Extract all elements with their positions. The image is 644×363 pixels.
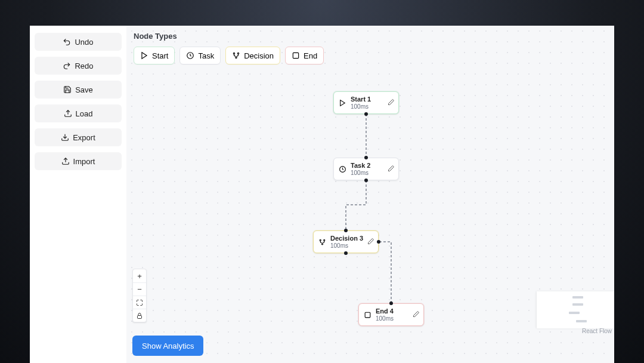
node-title: End 4 [376,307,409,315]
node-types-row: Start Task Decision End [134,47,607,64]
node-end-4[interactable]: End 4 100ms [358,303,424,326]
node-type-decision[interactable]: Decision [225,47,280,64]
edit-icon[interactable] [388,164,395,174]
minimap-node [576,320,587,322]
canvas-area[interactable]: Node Types Start Task Decision End [126,26,614,363]
node-decision-3[interactable]: Decision 3 100ms [313,230,379,253]
fit-icon [136,299,143,306]
export-label: Export [73,133,95,142]
svg-point-14 [321,243,323,244]
start-chip-label: Start [152,51,168,60]
lock-button[interactable] [133,309,146,322]
handle-bottom[interactable] [344,251,348,255]
branch-icon [232,51,240,60]
handle-bottom[interactable] [364,179,368,182]
node-types-panel: Node Types Start Task Decision End [126,26,614,70]
import-button[interactable]: Import [35,152,122,170]
node-subtext: 100ms [376,315,409,322]
node-start-1[interactable]: Start 1 100ms [333,91,399,114]
save-button[interactable]: Save [35,81,122,99]
app-window: Undo Redo Save Load Export Import Node T… [30,26,614,363]
export-button[interactable]: Export [35,128,122,146]
edit-icon[interactable] [367,236,374,247]
svg-marker-3 [142,53,147,59]
play-icon [140,51,148,60]
redo-icon [63,61,71,70]
redo-button[interactable]: Redo [35,57,122,75]
node-subtext: 100ms [351,103,384,110]
undo-label: Undo [75,38,93,47]
svg-rect-16 [365,312,370,318]
square-icon [363,311,372,319]
handle-top[interactable] [364,156,368,159]
viewport-controls: + − [132,269,147,322]
node-title: Decision 3 [330,235,364,242]
clock-icon [186,51,194,60]
node-subtext: 100ms [330,242,364,249]
svg-marker-10 [340,100,345,106]
show-analytics-button[interactable]: Show Analytics [132,336,203,356]
end-chip-label: End [304,51,317,60]
edit-icon[interactable] [413,309,420,320]
svg-point-7 [236,57,237,58]
node-subtext: 100ms [351,170,384,176]
node-task-2[interactable]: Task 2 100ms [333,158,399,180]
svg-point-5 [234,53,235,54]
node-type-task[interactable]: Task [179,47,221,64]
minus-icon: − [137,285,142,294]
branch-icon [317,238,327,246]
minimap-node [572,296,583,299]
load-label: Load [76,109,93,118]
edit-icon[interactable] [388,97,395,108]
zoom-out-button[interactable]: − [133,282,146,296]
play-icon [338,99,347,107]
zoom-in-button[interactable]: + [133,269,146,282]
svg-point-12 [320,239,321,241]
node-type-end[interactable]: End [285,47,324,64]
download-icon [61,133,69,141]
svg-rect-17 [138,315,142,318]
load-button[interactable]: Load [35,104,122,122]
task-chip-label: Task [198,51,214,60]
minimap-node [569,312,580,314]
decision-chip-label: Decision [244,51,274,60]
handle-top[interactable] [344,229,348,232]
undo-button[interactable]: Undo [35,33,122,51]
minimap-node [572,303,583,306]
save-label: Save [75,85,93,94]
upload-icon [64,109,72,118]
redo-label: Redo [75,61,93,70]
upload-icon [61,157,70,165]
node-title: Start 1 [351,96,384,103]
sidebar: Undo Redo Save Load Export Import [30,26,126,363]
undo-icon [63,38,71,46]
clock-icon [338,165,347,173]
node-type-start[interactable]: Start [134,47,175,64]
svg-point-13 [323,239,324,241]
node-types-title: Node Types [134,32,607,41]
plus-icon: + [137,272,142,281]
handle-top[interactable] [389,302,393,305]
handle-bottom[interactable] [364,112,368,116]
svg-rect-9 [293,53,298,58]
minimap[interactable] [537,291,614,328]
save-icon [63,85,72,94]
square-icon [292,51,300,60]
lock-icon [136,312,143,319]
fit-view-button[interactable] [133,296,146,309]
svg-point-6 [238,53,239,54]
import-label: Import [73,157,95,166]
node-title: Task 2 [351,162,384,169]
react-flow-watermark: React Flow [582,328,612,334]
handle-right[interactable] [377,240,380,244]
